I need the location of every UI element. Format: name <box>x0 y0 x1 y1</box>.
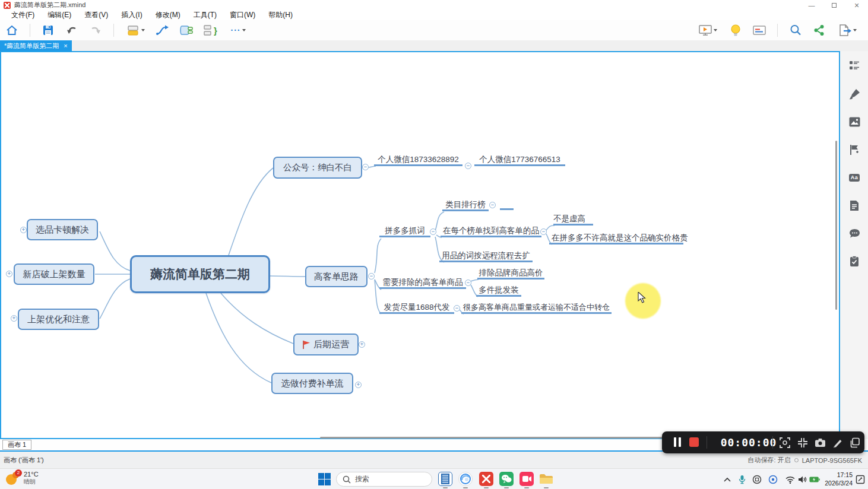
central-topic[interactable]: 薅流简单版第二期 <box>130 255 270 293</box>
tab-close-icon[interactable]: × <box>64 42 67 49</box>
tray-qq-icon[interactable] <box>768 474 778 485</box>
topic-shape-button[interactable] <box>124 23 147 38</box>
minimize-recorder-button[interactable] <box>797 437 809 449</box>
topic-gongzhonghao[interactable]: 公众号：绅白不白 <box>273 157 362 179</box>
tray-overflow-button[interactable] <box>722 474 733 485</box>
notes-panel-button[interactable] <box>752 23 767 38</box>
menu-view[interactable]: 查看(V) <box>78 10 115 20</box>
menu-edit[interactable]: 编辑(E) <box>41 10 78 20</box>
expand-icon[interactable]: + <box>355 382 362 388</box>
topic-xuanpin[interactable]: 选品卡顿解决 <box>27 219 98 240</box>
idea-button[interactable] <box>728 23 743 38</box>
topic-fahuo[interactable]: 发货尽量1688代发 <box>379 302 454 314</box>
menu-modify[interactable]: 修改(M) <box>149 10 187 20</box>
menu-tools[interactable]: 工具(T) <box>187 10 223 20</box>
collapse-icon[interactable]: − <box>368 273 375 280</box>
label-panel-button[interactable]: Aa <box>848 172 860 183</box>
document-tab[interactable]: *薅流简单版第二期 × <box>0 40 72 51</box>
tray-battery[interactable] <box>809 474 820 485</box>
taskbar-app-explorer[interactable] <box>539 472 553 486</box>
pause-recording-button[interactable] <box>674 437 681 447</box>
topic-xindian[interactable]: 新店破上架数量 <box>14 263 94 285</box>
collapse-icon[interactable]: − <box>454 305 460 312</box>
topic-pinpai[interactable]: 排除品牌商品高价 <box>477 268 544 280</box>
mindmap-canvas[interactable]: 薅流简单版第二期 选品卡顿解决 新店破上架数量 上架优化和注意 公众号：绅白不白… <box>0 51 840 439</box>
sheet-tab[interactable]: 画布 1 <box>2 440 31 450</box>
chevron-up-icon <box>724 477 731 482</box>
home-button[interactable] <box>4 23 20 38</box>
expand-icon[interactable]: + <box>359 341 365 348</box>
topic-fufei[interactable]: 选做付费补单流 <box>271 373 353 394</box>
collapse-icon[interactable]: − <box>489 202 496 208</box>
taskbar-clock[interactable]: 17:15 2026/3/24 <box>824 471 853 487</box>
notes-button[interactable] <box>848 199 860 211</box>
presentation-button[interactable] <box>696 23 720 38</box>
topic-fake-high[interactable]: 不是虚高 <box>553 214 593 226</box>
close-button[interactable]: × <box>845 0 868 10</box>
topic-zhongzhuan[interactable]: 很多高客单商品重量或者运输不适合中转仓 <box>461 302 612 314</box>
more-toolbar-button[interactable]: ··· <box>226 23 250 38</box>
expand-icon[interactable]: + <box>6 271 12 277</box>
collapse-icon[interactable]: − <box>430 228 436 235</box>
expand-icon[interactable]: + <box>11 315 17 322</box>
stop-recording-button[interactable] <box>689 437 699 447</box>
recorder-windows-button[interactable] <box>849 437 861 449</box>
minimize-button[interactable]: — <box>800 0 823 10</box>
collapse-icon[interactable]: − <box>465 280 471 286</box>
tray-volume[interactable] <box>797 474 808 485</box>
relationship-button[interactable] <box>155 23 170 38</box>
export-button[interactable] <box>835 23 859 38</box>
menu-insert[interactable]: 插入(I) <box>115 10 148 20</box>
start-button[interactable] <box>318 473 331 485</box>
collapse-icon[interactable]: − <box>362 164 369 170</box>
screenshot-button[interactable] <box>814 437 826 449</box>
topic-wechat2[interactable]: 个人微信17736766513 <box>474 154 565 166</box>
topic-gaokedan[interactable]: 高客单思路 <box>305 266 368 287</box>
marker-panel-button[interactable] <box>848 144 860 155</box>
task-panel-button[interactable] <box>848 255 860 267</box>
notification-button[interactable] <box>855 474 866 485</box>
topic-pdd-zhuaci[interactable]: 拼多多抓词 <box>379 226 430 237</box>
collapse-icon[interactable]: − <box>465 163 471 169</box>
taskbar-app-wechat[interactable] <box>499 472 514 486</box>
topic-shangjia[interactable]: 上架优化和注意 <box>18 309 99 330</box>
taskbar-app-browser[interactable] <box>458 472 473 486</box>
undo-button[interactable] <box>64 23 80 38</box>
tray-app-icon[interactable] <box>752 474 762 485</box>
maximize-button[interactable] <box>823 0 845 10</box>
topic-yongpin[interactable]: 用品的词按远程流程去扩 <box>439 250 533 262</box>
taskbar-app-notes[interactable] <box>438 472 452 486</box>
topic-leimu-child-stub[interactable] <box>500 198 514 210</box>
save-button[interactable] <box>40 23 56 38</box>
topic-duojian[interactable]: 多件批发装 <box>476 285 521 297</box>
tray-microphone[interactable] <box>737 474 747 485</box>
taskbar-app-xmind[interactable] <box>479 472 493 486</box>
collapse-icon[interactable]: − <box>540 228 547 235</box>
menu-window[interactable]: 窗口(W) <box>223 10 262 20</box>
vertical-scrollbar[interactable] <box>835 141 837 310</box>
share-button[interactable] <box>812 23 827 38</box>
format-panel-button[interactable] <box>848 88 860 100</box>
weather-widget[interactable]: 2 21°C 晴朗 <box>5 471 39 486</box>
menu-help[interactable]: 帮助(H) <box>262 10 299 20</box>
topic-paichu[interactable]: 需要排除的高客单商品 <box>379 277 466 289</box>
menu-file[interactable]: 文件(F) <box>5 10 41 20</box>
comment-panel-button[interactable] <box>848 227 860 239</box>
topic-real-expensive[interactable]: 在拼多多不许高就是这个品确实价格贵 <box>549 233 683 244</box>
taskbar-search[interactable]: 搜索 <box>336 472 432 487</box>
focus-region-button[interactable] <box>779 437 791 449</box>
topic-wechat1[interactable]: 个人微信18733628892 <box>374 154 462 166</box>
expand-icon[interactable]: + <box>20 227 27 233</box>
search-button[interactable] <box>788 23 803 38</box>
taskbar-app-video[interactable] <box>519 472 534 486</box>
draw-annotation-button[interactable] <box>832 437 844 449</box>
tray-wifi[interactable] <box>785 474 796 485</box>
redo-button[interactable] <box>88 23 103 38</box>
summary-button[interactable]: } <box>202 23 218 38</box>
outline-panel-button[interactable] <box>848 59 860 71</box>
image-panel-button[interactable] <box>848 116 860 128</box>
topic-bangdan[interactable]: 在每个榜单找到高客单的品 <box>441 226 541 237</box>
boundary-button[interactable] <box>179 23 194 38</box>
topic-leimu[interactable]: 类目排行榜 <box>442 199 489 211</box>
topic-houqi[interactable]: 后期运营 <box>293 334 359 355</box>
